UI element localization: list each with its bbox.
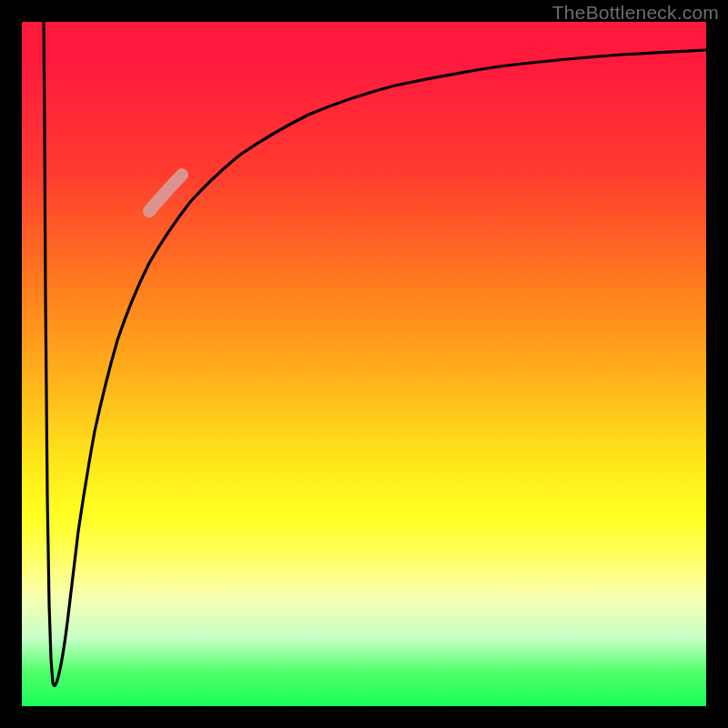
chart-frame: TheBottleneck.com: [0, 0, 728, 728]
watermark-text: TheBottleneck.com: [552, 2, 719, 24]
plot-area: [22, 22, 706, 706]
bottleneck-curve: [44, 22, 706, 685]
curve-svg: [22, 22, 706, 706]
highlight-segment: [149, 175, 182, 211]
